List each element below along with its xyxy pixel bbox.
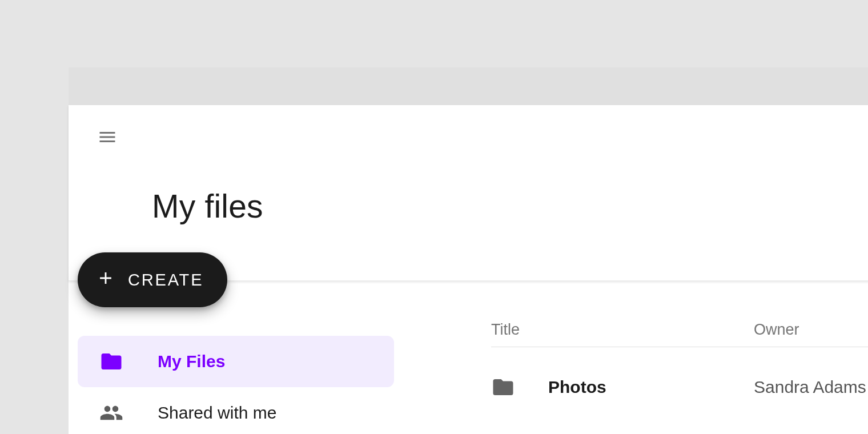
column-header-owner[interactable]: Owner: [754, 321, 868, 339]
app-header: My files CREATE: [69, 105, 868, 281]
hamburger-icon: [97, 127, 118, 150]
app-window: My files CREATE My Files Shared with me: [69, 67, 868, 434]
row-owner: Sandra Adams: [754, 377, 868, 397]
sidebar-item-label: Shared with me: [158, 403, 276, 423]
create-button[interactable]: CREATE: [78, 252, 227, 307]
column-header-title[interactable]: Title: [491, 321, 754, 339]
folder-icon: [491, 375, 548, 399]
sidebar-item-label: My Files: [158, 352, 225, 371]
table-row[interactable]: Photos Sandra Adams: [491, 347, 868, 410]
menu-button[interactable]: [94, 124, 121, 152]
file-list: Title Owner Photos Sandra Adams: [411, 281, 868, 434]
sidebar-item-my-files[interactable]: My Files: [78, 336, 394, 387]
folder-icon: [98, 349, 124, 373]
window-chrome-bar: [69, 67, 868, 105]
row-title: Photos: [548, 377, 754, 397]
plus-icon: [96, 268, 115, 292]
page-title: My files: [152, 187, 263, 225]
people-icon: [98, 401, 124, 425]
table-header: Title Owner: [491, 313, 868, 347]
sidebar-item-shared-with-me[interactable]: Shared with me: [78, 387, 394, 434]
create-button-label: CREATE: [128, 271, 203, 290]
